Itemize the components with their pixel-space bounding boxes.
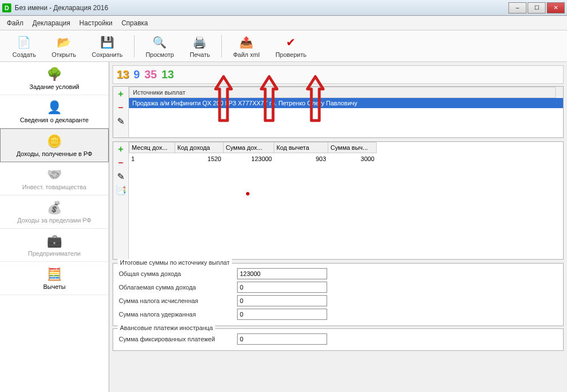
income-grid-panel: + – ✎ 📑 Месяц дох... Код дохода Сумма до… <box>113 141 564 260</box>
cell-income-code: 1520 <box>175 154 224 163</box>
print-button[interactable]: 🖨️ Печать <box>182 32 218 60</box>
tax-withheld-input[interactable] <box>237 309 327 320</box>
print-label: Печать <box>190 51 210 58</box>
menu-settings[interactable]: Настройки <box>79 19 113 27</box>
source-row-selected[interactable]: Продажа а/м Инфинити QX 200 ГРЗ Х777ХХ77… <box>129 98 563 108</box>
col-deduct-sum[interactable]: Сумма выч... <box>328 142 377 153</box>
maximize-button[interactable]: ☐ <box>528 2 546 14</box>
window-controls: – ☐ ✕ <box>507 2 565 14</box>
fixed-payments-label: Сумма фиксированных платежей <box>119 336 237 342</box>
edit-source-button[interactable]: ✎ <box>116 116 126 126</box>
sidebar-item-income-rf[interactable]: 🪙 Доходы, полученные в РФ <box>0 128 109 162</box>
calculator-icon: 🧮 <box>46 266 64 282</box>
col-month[interactable]: Месяц дох... <box>129 142 175 153</box>
sidebar-label: Доходы за пределами РФ <box>17 217 91 224</box>
app-icon: D <box>2 3 11 12</box>
sidebar-label: Сведения о декларанте <box>20 117 89 123</box>
xml-file-icon: 📤 <box>239 34 255 50</box>
close-button[interactable]: ✕ <box>547 2 565 14</box>
menu-file[interactable]: Файл <box>7 19 24 27</box>
create-button[interactable]: 📄 Создать <box>5 32 44 60</box>
sources-tools: + – ✎ <box>113 87 129 137</box>
cell-deduct-sum: 3000 <box>328 154 377 163</box>
money-bag-icon: 💰 <box>46 200 64 216</box>
edit-income-button[interactable]: ✎ <box>116 171 126 181</box>
sidebar-item-conditions[interactable]: 🌳 Задание условий <box>0 62 109 95</box>
menubar: Файл Декларация Настройки Справка <box>0 16 567 30</box>
person-icon: 👤 <box>46 100 64 115</box>
tax-calc-input[interactable] <box>237 295 327 306</box>
sidebar-item-invest[interactable]: 🤝 Инвест. товарищества <box>0 162 109 195</box>
add-source-button[interactable]: + <box>116 89 126 99</box>
partnership-icon: 🤝 <box>46 167 64 182</box>
sources-panel: + – ✎ Источники выплат Продажа а/м Инфин… <box>113 86 564 138</box>
col-income-sum[interactable]: Сумма дох... <box>224 142 274 153</box>
tax-rate-9[interactable]: 9 <box>133 68 140 81</box>
fixed-payments-input[interactable] <box>237 333 327 345</box>
income-tools: + – ✎ 📑 <box>113 142 129 259</box>
sidebar-item-declarant[interactable]: 👤 Сведения о декларанте <box>0 95 109 128</box>
tax-withheld-label: Сумма налога удержанная <box>119 311 237 318</box>
remove-source-button[interactable]: – <box>116 103 126 113</box>
preview-button[interactable]: 🔍 Просмотр <box>138 32 182 60</box>
col-deduct-code[interactable]: Код вычета <box>274 142 328 153</box>
coins-icon: 🪙 <box>46 133 64 149</box>
sidebar-item-income-abroad[interactable]: 💰 Доходы за пределами РФ <box>0 195 109 229</box>
create-label: Создать <box>12 51 36 58</box>
briefcase-icon: 💼 <box>46 233 64 249</box>
minimize-button[interactable]: – <box>508 2 526 14</box>
folder-open-icon: 📂 <box>56 34 72 50</box>
totals-legend: Итоговые суммы по источнику выплат <box>118 259 232 266</box>
xml-button[interactable]: 📤 Файл xml <box>225 32 267 60</box>
check-label: Проверить <box>275 51 306 58</box>
taxable-label: Облагаемая сумма дохода <box>119 284 237 291</box>
window-title: Без имени - Декларация 2016 <box>15 4 108 12</box>
income-grid-header: Месяц дох... Код дохода Сумма дох... Код… <box>129 142 563 153</box>
cell-deduct-code: 903 <box>274 154 328 163</box>
income-row[interactable]: 1 1520 123000 903 3000 <box>129 153 563 164</box>
taxable-input[interactable] <box>237 282 327 293</box>
sidebar: 🌳 Задание условий 👤 Сведения о декларант… <box>0 62 109 392</box>
tree-icon: 🌳 <box>46 66 64 82</box>
sidebar-item-deductions[interactable]: 🧮 Вычеты <box>0 262 109 295</box>
toolbar-separator <box>221 35 222 57</box>
tax-rate-tabs: 13 9 35 13 <box>113 65 564 84</box>
cell-month: 1 <box>129 154 175 163</box>
tax-calc-label: Сумма налога исчисленная <box>119 297 237 304</box>
remove-income-button[interactable]: – <box>116 158 126 168</box>
sidebar-item-entrepreneur[interactable]: 💼 Предприниматели <box>0 229 109 262</box>
open-button[interactable]: 📂 Открыть <box>44 32 84 60</box>
save-icon: 💾 <box>99 34 115 50</box>
open-label: Открыть <box>52 51 76 58</box>
preview-icon: 🔍 <box>152 34 168 50</box>
tax-rate-13-alt[interactable]: 13 <box>162 68 174 81</box>
preview-label: Просмотр <box>146 51 174 58</box>
sidebar-label: Задание условий <box>29 83 79 90</box>
col-income-code[interactable]: Код дохода <box>175 142 224 153</box>
check-button[interactable]: ✔ Проверить <box>267 32 314 60</box>
check-icon: ✔ <box>283 34 299 50</box>
total-income-label: Общая сумма дохода <box>119 270 237 277</box>
toolbar: 📄 Создать 📂 Открыть 💾 Сохранить 🔍 Просмо… <box>0 30 567 62</box>
main-area: 13 9 35 13 + – ✎ Источники выплат Продаж… <box>109 62 567 392</box>
tax-rate-35[interactable]: 35 <box>144 68 157 81</box>
new-file-icon: 📄 <box>16 34 32 50</box>
total-income-input[interactable] <box>237 268 327 279</box>
add-income-button[interactable]: + <box>116 144 126 154</box>
tax-rate-13[interactable]: 13 <box>117 68 129 81</box>
sidebar-label: Предприниматели <box>28 250 81 257</box>
xml-label: Файл xml <box>233 51 260 58</box>
menu-declaration[interactable]: Декларация <box>33 19 70 27</box>
menu-help[interactable]: Справка <box>122 19 148 27</box>
sources-header-end <box>555 87 563 98</box>
copy-income-button[interactable]: 📑 <box>116 185 126 195</box>
titlebar: D Без имени - Декларация 2016 – ☐ ✕ <box>0 0 567 16</box>
advance-group: Авансовые платежи иностранца Сумма фикси… <box>113 328 564 351</box>
print-icon: 🖨️ <box>192 34 208 50</box>
totals-group: Итоговые суммы по источнику выплат Общая… <box>113 263 564 326</box>
cell-income-sum: 123000 <box>224 154 274 163</box>
sidebar-label: Доходы, полученные в РФ <box>16 150 92 157</box>
save-button[interactable]: 💾 Сохранить <box>84 32 131 60</box>
sidebar-label: Вычеты <box>43 283 66 290</box>
advance-legend: Авансовые платежи иностранца <box>118 324 215 331</box>
